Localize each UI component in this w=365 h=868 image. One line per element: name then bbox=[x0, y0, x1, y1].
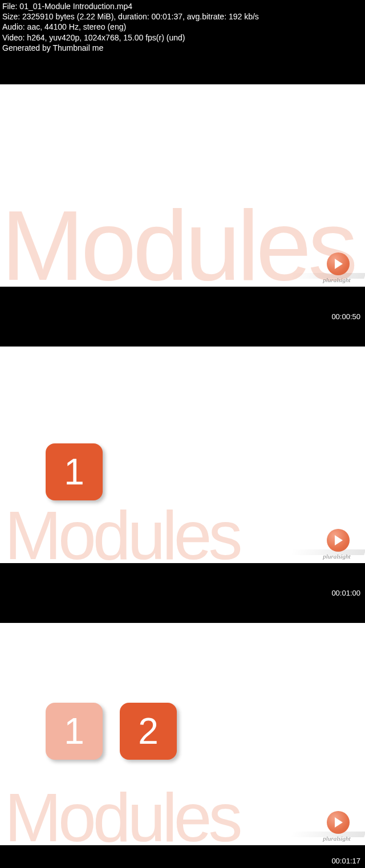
tile-1-faded: 1 bbox=[46, 703, 103, 760]
play-icon bbox=[327, 529, 350, 552]
brand-label: pluralsight bbox=[311, 276, 365, 283]
file-label: File: bbox=[2, 2, 17, 11]
generated-line: Generated by Thumbnail me bbox=[2, 43, 363, 53]
thumbnail-2: 1 Modules pluralsight bbox=[0, 347, 365, 563]
tile-2: 2 bbox=[120, 703, 177, 760]
tile-row: 1 bbox=[46, 443, 103, 500]
size-label: Size: bbox=[2, 12, 20, 21]
play-icon bbox=[327, 252, 350, 275]
timestamp-2: 00:01:00 bbox=[331, 589, 360, 597]
audio-label: Audio: bbox=[2, 22, 25, 31]
svg-marker-2 bbox=[335, 817, 343, 828]
video-label: Video: bbox=[2, 33, 25, 42]
watermark-text: Modules bbox=[5, 778, 240, 845]
audio-value: aac, 44100 Hz, stereo (eng) bbox=[27, 22, 127, 31]
tile-1: 1 bbox=[46, 443, 103, 500]
timestamp-3: 00:01:17 bbox=[331, 857, 360, 865]
video-value: h264, yuv420p, 1024x768, 15.00 fps(r) (u… bbox=[27, 33, 185, 42]
play-icon bbox=[327, 811, 350, 834]
timestamp-1: 00:00:50 bbox=[331, 312, 360, 321]
timestamp-bar-2: 00:01:00 bbox=[0, 563, 365, 623]
audio-line: Audio: aac, 44100 Hz, stereo (eng) bbox=[2, 22, 363, 32]
watermark-text: Modules bbox=[5, 496, 240, 563]
brand-badge: pluralsight bbox=[311, 252, 365, 287]
video-line: Video: h264, yuv420p, 1024x768, 15.00 fp… bbox=[2, 32, 363, 43]
timestamp-bar-3: 00:01:17 bbox=[0, 845, 365, 868]
size-value: 2325910 bytes (2.22 MiB), duration: 00:0… bbox=[22, 12, 259, 21]
file-name: 01_01-Module Introduction.mp4 bbox=[19, 2, 132, 11]
size-line: Size: 2325910 bytes (2.22 MiB), duration… bbox=[2, 11, 363, 22]
brand-badge: pluralsight bbox=[311, 811, 365, 845]
thumbnail-1: Modules pluralsight bbox=[0, 84, 365, 287]
file-line: File: 01_01-Module Introduction.mp4 bbox=[2, 1, 363, 11]
brand-label: pluralsight bbox=[311, 835, 365, 842]
svg-marker-1 bbox=[335, 535, 343, 545]
svg-marker-0 bbox=[335, 259, 343, 269]
thumbnail-3: 1 2 Modules pluralsight bbox=[0, 623, 365, 845]
brand-badge: pluralsight bbox=[311, 529, 365, 563]
metadata-header: File: 01_01-Module Introduction.mp4 Size… bbox=[0, 0, 365, 84]
timestamp-bar-1: 00:00:50 bbox=[0, 287, 365, 347]
watermark-text: Modules bbox=[1, 188, 354, 287]
tile-row: 1 2 bbox=[46, 703, 177, 760]
brand-label: pluralsight bbox=[311, 553, 365, 560]
